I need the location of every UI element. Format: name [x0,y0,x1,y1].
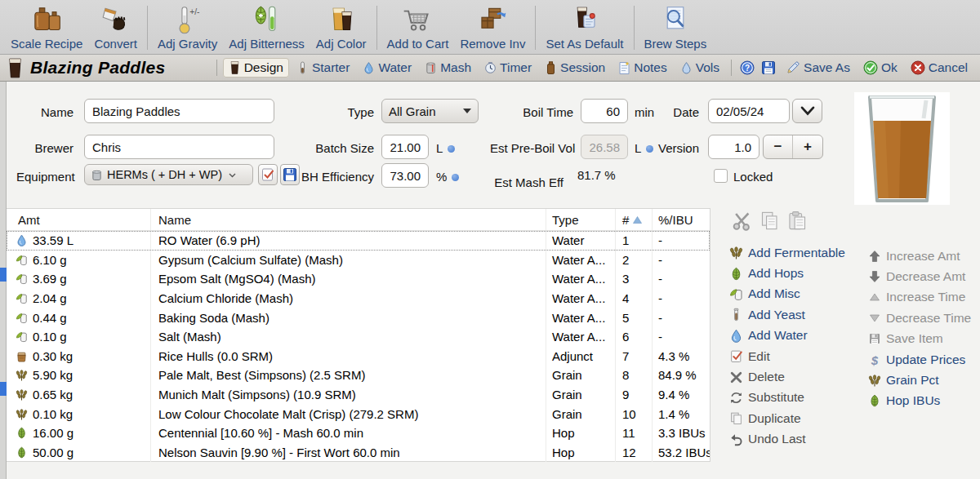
brewer-input[interactable] [84,135,274,159]
adj-color-button[interactable]: Adj Color [310,2,372,53]
tab-starter[interactable]: Starter [291,58,356,78]
table-row[interactable]: 3.69 gEpsom Salt (MgSO4) (Mash)Water A..… [7,269,710,289]
row-type: Water A... [552,291,605,305]
version-increment-button[interactable]: + [793,135,822,158]
row-type: Water A... [552,253,605,267]
brew-steps-icon [660,5,691,35]
scale-recipe-label: Scale Recipe [11,37,82,51]
row-amt: 33.59 L [33,233,74,247]
substitute-button[interactable]: Substitute [729,388,862,408]
table-row[interactable]: 16.00 gCentennial [10.60 %] - Mash 60.0 … [7,424,710,443]
row-number: 10 [622,407,636,421]
table-row[interactable]: 50.00 gNelson Sauvin [9.90 %] - First Wo… [7,443,710,463]
add-misc-button[interactable]: Add Misc [729,284,862,304]
remove-inv-button[interactable]: Remove Inv [454,2,531,53]
update-prices-button[interactable]: $Update Prices [868,349,980,370]
type-dropdown[interactable]: All Grain [381,99,479,123]
row-name: Centennial [10.60 %] - Mash 60.0 min [158,426,363,440]
equipment-edit-button[interactable] [258,164,278,185]
row-pct-ibu: - [658,311,662,325]
tab-notes[interactable]: Notes [612,58,673,78]
row-pct-ibu: - [658,233,662,247]
row-pct-ibu: 1.4 % [658,407,689,421]
table-row[interactable]: 6.10 gGypsum (Calcium Sulfate) (Mash)Wat… [7,251,710,270]
action-label: Add Hops [748,266,804,281]
adj-bitterness-button[interactable]: Adj Bitterness [223,2,310,53]
scale-recipe-button[interactable]: Scale Recipe [5,2,88,53]
row-amt: 0.30 kg [33,349,73,363]
column-header-name[interactable]: Name [151,209,546,230]
add-yeast-button[interactable]: Add Yeast [729,304,862,325]
ok-button[interactable]: Ok [858,58,903,78]
action-label: Save Item [886,331,943,346]
adj-gravity-button[interactable]: +/- Adj Gravity [152,2,223,53]
save-as-button[interactable]: Save As [780,58,856,78]
brew-steps-button[interactable]: Brew Steps [639,2,713,53]
duplicate-button[interactable]: Duplicate [729,408,862,428]
increase-time-button: Increase Time [868,287,980,308]
date-dropdown-button[interactable] [792,99,822,123]
cut-button[interactable] [731,210,753,234]
copy-button[interactable] [759,210,781,234]
add-water-button[interactable]: Add Water [729,326,862,346]
undo-last-button[interactable]: Undo Last [729,429,862,450]
date-input[interactable] [708,99,790,123]
table-row[interactable]: 0.44 gBaking Soda (Mash)Water A...5- [7,308,710,327]
row-amt: 3.69 g [33,272,67,286]
est-preboil-label: Est Pre-Boil Vol [490,141,573,155]
tab-water[interactable]: Water [357,58,417,78]
bh-efficiency-input[interactable] [381,163,429,188]
action-label: Delete [748,370,785,384]
row-amt: 6.10 g [33,253,67,267]
action-label: Decrease Amt [886,269,965,284]
grain-pct-button[interactable]: Grain Pct [868,370,980,390]
table-row[interactable]: 2.04 gCalcium Chloride (Mash)Water A...4… [7,289,710,308]
tab-timer[interactable]: Timer [479,58,537,78]
action-label: Undo Last [748,432,806,446]
column-header-num[interactable]: # [616,209,653,230]
boil-time-input[interactable] [581,99,628,123]
version-decrement-button[interactable]: − [764,135,793,158]
table-row[interactable]: 0.10 gSalt (Mash)Water A...6- [7,327,710,347]
table-row[interactable]: 0.65 kgMunich Malt (Simpsons) (10.9 SRM)… [7,385,710,405]
action-label: Add Water [748,328,808,343]
row-number: 9 [622,388,629,401]
cancel-button[interactable]: Cancel [905,58,973,78]
check-note-icon [261,167,275,182]
page-title: Blazing Paddles [30,58,166,78]
water-icon [16,234,28,246]
convert-button[interactable]: Convert [88,2,143,53]
save-button[interactable] [759,58,778,78]
beer-glass-icon [8,58,22,78]
edit-button[interactable]: Edit [729,346,862,366]
table-row[interactable]: 0.30 kgRice Hulls (0.0 SRM)Adjunct74.3 % [7,347,710,366]
row-number: 4 [622,291,629,305]
table-row[interactable]: 33.59 LRO Water (6.9 pH)Water1- [7,231,710,251]
batch-size-input[interactable] [381,135,429,159]
add-fermentable-button[interactable]: Add Fermentable [729,242,862,263]
tab-vols[interactable]: Vols [675,58,725,78]
column-header-amt[interactable]: Amt [7,209,151,230]
misc-icon [16,330,28,343]
hop-ibus-button[interactable]: Hop IBUs [868,391,980,411]
column-header-pct[interactable]: %/IBU [653,209,710,230]
delete-button[interactable]: Delete [729,366,862,387]
name-input[interactable] [84,99,274,123]
version-input[interactable] [708,135,760,159]
table-row[interactable]: 5.90 kgPale Malt, Best (Simpsons) (2.5 S… [7,366,710,385]
tab-design[interactable]: Design [223,58,289,78]
locked-checkbox[interactable] [714,169,728,183]
tab-mash[interactable]: Mash [419,58,477,78]
help-button[interactable]: ? [737,58,757,78]
add-to-cart-button[interactable]: Add to Cart [381,2,455,53]
paste-button[interactable] [786,210,808,234]
tab-session[interactable]: Session [539,58,611,78]
add-hops-button[interactable]: Add Hops [729,263,862,283]
equipment-dropdown[interactable]: HERMs ( + DH + WP) [84,164,253,185]
column-header-type[interactable]: Type [546,209,616,230]
row-amt: 0.10 kg [33,407,73,421]
remove-inv-icon [477,5,508,35]
row-type: Grain [552,368,582,382]
set-as-default-button[interactable]: Set As Default [540,2,629,53]
table-row[interactable]: 0.10 kgLow Colour Chocolate Malt (Crisp)… [7,404,710,424]
